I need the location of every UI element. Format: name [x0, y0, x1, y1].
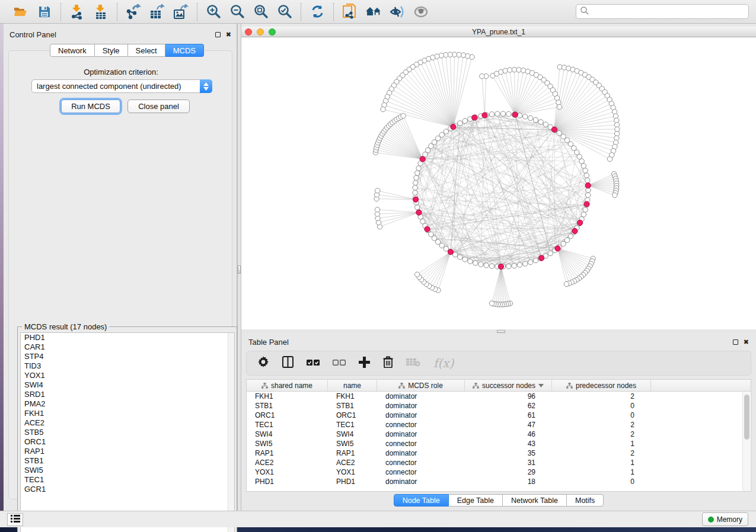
run-mcds-button[interactable]: Run MCDS: [61, 100, 120, 113]
first-neighbors-button[interactable]: [366, 4, 381, 20]
new-network-from-selection-button[interactable]: [342, 4, 358, 20]
mcds-dominator-node[interactable]: [451, 124, 456, 129]
hide-selected-button[interactable]: [390, 4, 405, 20]
mcds-result-item[interactable]: YOX1: [21, 371, 234, 380]
horizontal-splitter-handle[interactable]: [497, 330, 505, 333]
satellite-node[interactable]: [564, 281, 569, 286]
tab-network[interactable]: Network: [50, 44, 95, 57]
network-node[interactable]: [528, 116, 532, 120]
satellite-node[interactable]: [607, 156, 612, 161]
satellite-node[interactable]: [512, 67, 516, 72]
satellite-node[interactable]: [401, 113, 406, 118]
mcds-result-item[interactable]: RAP1: [21, 447, 234, 456]
tab-motifs[interactable]: Motifs: [567, 494, 604, 507]
deselect-all-button[interactable]: [333, 358, 346, 368]
network-node[interactable]: [581, 212, 586, 217]
satellite-node[interactable]: [381, 107, 385, 111]
network-node[interactable]: [561, 241, 566, 246]
column-header-successor-nodes[interactable]: successor nodes: [465, 380, 552, 391]
network-node[interactable]: [506, 264, 511, 268]
network-node[interactable]: [416, 166, 421, 171]
import-network-button[interactable]: [69, 4, 85, 20]
mcds-result-item[interactable]: TEC1: [21, 475, 234, 485]
network-node[interactable]: [413, 190, 417, 195]
optimization-criterion-dropdown[interactable]: largest connected component (undirected): [31, 79, 212, 93]
network-node[interactable]: [528, 259, 532, 264]
import-table-button[interactable]: [93, 4, 109, 20]
network-node[interactable]: [458, 121, 462, 126]
memory-button[interactable]: Memory: [702, 512, 748, 526]
float-panel-icon[interactable]: [733, 339, 738, 345]
satellite-node[interactable]: [557, 104, 562, 109]
mcds-result-item[interactable]: PMA2: [21, 399, 234, 409]
network-node[interactable]: [495, 111, 500, 116]
satellite-node[interactable]: [516, 68, 521, 72]
table-row[interactable]: TEC1TEC1connector472: [247, 420, 751, 430]
network-node[interactable]: [439, 132, 444, 137]
window-zoom-icon[interactable]: [269, 28, 276, 36]
network-node[interactable]: [579, 159, 584, 164]
export-table-button[interactable]: [149, 4, 165, 20]
network-node[interactable]: [489, 264, 494, 268]
refresh-button[interactable]: [310, 4, 325, 20]
tab-style[interactable]: Style: [95, 44, 128, 57]
network-node[interactable]: [435, 136, 440, 140]
network-node[interactable]: [415, 171, 420, 175]
network-node[interactable]: [420, 219, 425, 224]
network-node[interactable]: [522, 114, 527, 119]
network-node[interactable]: [413, 180, 417, 185]
mcds-result-item[interactable]: SRD1: [21, 390, 234, 399]
column-visibility-button[interactable]: [282, 356, 294, 370]
table-row[interactable]: SWI5SWI5connector431: [247, 439, 751, 448]
close-panel-icon[interactable]: ✖: [226, 31, 231, 38]
float-panel-icon[interactable]: [215, 32, 221, 37]
network-node[interactable]: [557, 131, 562, 136]
network-node[interactable]: [489, 112, 494, 117]
mcds-dominator-node[interactable]: [448, 249, 453, 255]
mcds-result-item[interactable]: SWI4: [21, 380, 234, 390]
vertical-splitter-handle[interactable]: [238, 265, 241, 274]
mcds-result-list[interactable]: PHD1CAR1STP4TID3YOX1SWI4SRD1PMA2FKH1ACE2…: [20, 332, 235, 532]
zoom-fit-button[interactable]: [253, 4, 269, 20]
network-node[interactable]: [533, 117, 538, 122]
mcds-result-item[interactable]: SWI5: [21, 466, 234, 475]
network-node[interactable]: [414, 175, 419, 180]
column-header-predecessor-nodes[interactable]: predecessor nodes: [552, 380, 651, 391]
select-all-button[interactable]: [307, 358, 320, 368]
satellite-node[interactable]: [375, 207, 379, 212]
mcds-result-item[interactable]: TID3: [21, 361, 234, 371]
mcds-result-item[interactable]: PHD1: [21, 333, 234, 342]
network-node[interactable]: [564, 238, 569, 242]
table-row[interactable]: PHD1PHD1dominator180: [247, 477, 751, 486]
tab-node-table[interactable]: Node Table: [394, 494, 449, 507]
network-node[interactable]: [473, 261, 478, 265]
network-node[interactable]: [462, 118, 467, 123]
mcds-dominator-node[interactable]: [555, 246, 560, 251]
vertical-splitter[interactable]: [237, 24, 241, 511]
network-node[interactable]: [577, 154, 582, 159]
satellite-node[interactable]: [414, 272, 419, 277]
network-node[interactable]: [439, 243, 444, 248]
satellite-node[interactable]: [480, 73, 484, 78]
task-history-button[interactable]: [7, 513, 23, 526]
table-scrollbar[interactable]: [742, 392, 750, 491]
window-minimize-icon[interactable]: [257, 28, 264, 36]
network-node[interactable]: [462, 257, 467, 262]
table-row[interactable]: RAP1RAP1dominator352: [247, 448, 751, 458]
tab-network-table[interactable]: Network Table: [503, 494, 567, 507]
mcds-dominator-node[interactable]: [572, 228, 578, 233]
close-panel-button[interactable]: Close panel: [127, 100, 190, 113]
network-node[interactable]: [506, 111, 511, 116]
mcds-result-item[interactable]: STB1: [21, 456, 234, 466]
zoom-selected-button[interactable]: [277, 4, 292, 20]
mcds-dominator-node[interactable]: [482, 113, 487, 118]
network-node[interactable]: [444, 246, 448, 251]
column-header-name[interactable]: name: [328, 380, 377, 391]
network-node[interactable]: [533, 258, 538, 262]
network-node[interactable]: [458, 255, 462, 259]
satellite-node[interactable]: [613, 193, 617, 197]
search-input[interactable]: [589, 6, 745, 18]
zoom-out-button[interactable]: [229, 4, 245, 20]
delete-column-button[interactable]: [383, 356, 393, 370]
table-row[interactable]: ORC1ORC1dominator610: [247, 411, 751, 420]
